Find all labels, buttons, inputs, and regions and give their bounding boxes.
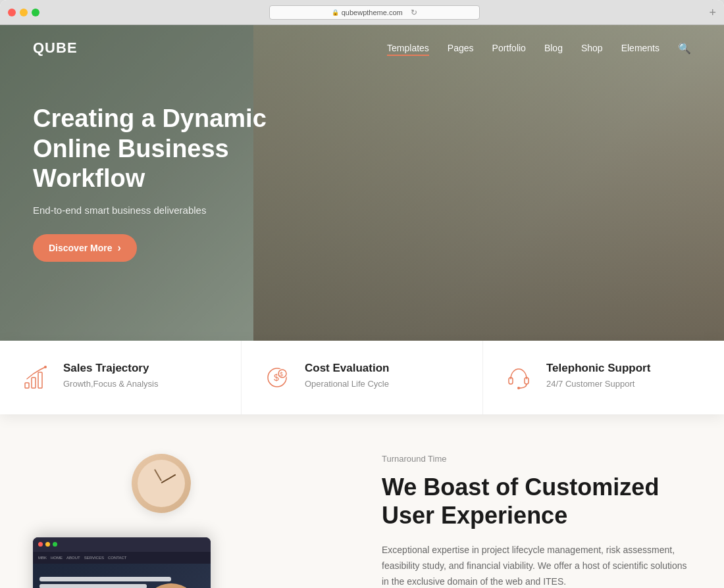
feature-text-sales: Sales Trajectory Growth,Focus & Analysis bbox=[63, 362, 159, 389]
nav-link-elements[interactable]: Elements bbox=[621, 43, 659, 53]
feature-text-cost: Cost Evaluation Operational Life Cycle bbox=[305, 362, 389, 389]
mock-nav-services: SERVICES bbox=[84, 556, 104, 560]
clock-circle bbox=[132, 454, 191, 513]
clock-decoration bbox=[132, 454, 191, 513]
nav-link-pages[interactable]: Pages bbox=[448, 43, 474, 53]
arrow-icon: › bbox=[117, 242, 120, 254]
svg-rect-1 bbox=[32, 378, 36, 388]
content-section: MBK HOME ABOUT SERVICES CONTACT bbox=[0, 414, 724, 588]
feature-text-support: Telephonic Support 24/7 Customer Support bbox=[546, 362, 650, 389]
svg-text:$: $ bbox=[280, 371, 283, 378]
minimize-button[interactable] bbox=[20, 9, 28, 16]
new-tab-button[interactable]: + bbox=[709, 7, 716, 18]
feature-subtitle-cost: Operational Life Cycle bbox=[305, 379, 389, 389]
mock-title-area bbox=[39, 577, 204, 588]
feature-subtitle-sales: Growth,Focus & Analysis bbox=[63, 379, 159, 389]
money-icon: $ $ bbox=[261, 362, 293, 393]
nav-link-portfolio[interactable]: Portfolio bbox=[492, 43, 526, 53]
feature-title-cost: Cost Evaluation bbox=[305, 362, 389, 375]
clock-hour-hand bbox=[154, 469, 162, 481]
content-left: MBK HOME ABOUT SERVICES CONTACT bbox=[0, 454, 342, 588]
clock-inner bbox=[138, 460, 185, 507]
discover-label: Discover More bbox=[49, 243, 112, 253]
nav-link-shop[interactable]: Shop bbox=[581, 43, 603, 53]
feature-title-sales: Sales Trajectory bbox=[63, 362, 159, 375]
nav-link-blog[interactable]: Blog bbox=[544, 43, 563, 53]
feature-card-cost: $ $ Cost Evaluation Operational Life Cyc… bbox=[242, 341, 483, 414]
hero-title: Creating a Dynamic Online Business Workf… bbox=[33, 104, 309, 194]
mock-title-line-2 bbox=[39, 584, 147, 588]
chart-icon bbox=[20, 362, 51, 393]
content-right: Turnaround Time We Boast of Customized U… bbox=[342, 454, 724, 588]
maximize-button[interactable] bbox=[32, 9, 39, 16]
main-nav: QUBE Templates Pages Portfolio Blog bbox=[0, 25, 724, 71]
address-bar: 🔒 qubewptheme.com ↻ bbox=[45, 5, 704, 20]
search-icon[interactable]: 🔍 bbox=[678, 43, 691, 54]
hero-people-image bbox=[253, 25, 724, 341]
traffic-lights bbox=[8, 9, 39, 16]
nav-link-templates[interactable]: Templates bbox=[387, 43, 429, 56]
url-text: qubewptheme.com bbox=[342, 9, 403, 16]
hero-subtitle: End-to-end smart business deliverables bbox=[33, 205, 309, 216]
svg-rect-0 bbox=[25, 383, 29, 388]
nav-search-item[interactable]: 🔍 bbox=[678, 42, 691, 55]
svg-point-3 bbox=[44, 366, 47, 368]
nav-item-pages[interactable]: Pages bbox=[448, 42, 474, 54]
content-description: Exceptional expertise in project lifecyc… bbox=[382, 543, 691, 588]
lock-icon: 🔒 bbox=[332, 9, 339, 16]
feature-card-sales: Sales Trajectory Growth,Focus & Analysis bbox=[0, 341, 242, 414]
svg-rect-2 bbox=[38, 372, 42, 388]
discover-more-button[interactable]: Discover More › bbox=[33, 234, 137, 262]
feature-title-support: Telephonic Support bbox=[546, 362, 650, 375]
people-bg bbox=[253, 25, 724, 341]
browser-window: 🔒 qubewptheme.com ↻ + QUBE Templates bbox=[0, 0, 724, 588]
headset-icon bbox=[503, 362, 534, 393]
hero-content: Creating a Dynamic Online Business Workf… bbox=[33, 104, 309, 262]
nav-item-elements[interactable]: Elements bbox=[621, 42, 659, 54]
feature-card-support: Telephonic Support 24/7 Customer Support bbox=[483, 341, 724, 414]
mock-nav-contact: CONTACT bbox=[108, 556, 127, 560]
hero-section: QUBE Templates Pages Portfolio Blog bbox=[0, 25, 724, 341]
nav-item-templates[interactable]: Templates bbox=[387, 42, 429, 54]
page-content: QUBE Templates Pages Portfolio Blog bbox=[0, 25, 724, 588]
browser-chrome: 🔒 qubewptheme.com ↻ + bbox=[0, 0, 724, 25]
url-input[interactable]: 🔒 qubewptheme.com ↻ bbox=[269, 5, 480, 20]
site-logo[interactable]: QUBE bbox=[33, 39, 78, 57]
content-label: Turnaround Time bbox=[382, 454, 691, 464]
feature-subtitle-support: 24/7 Customer Support bbox=[546, 379, 650, 389]
close-button[interactable] bbox=[8, 9, 16, 16]
mock-content bbox=[33, 564, 211, 588]
clock-minute-hand bbox=[161, 474, 176, 483]
svg-point-11 bbox=[517, 387, 520, 389]
nav-item-shop[interactable]: Shop bbox=[581, 42, 603, 54]
nav-item-blog[interactable]: Blog bbox=[544, 42, 563, 54]
mock-title-line-1 bbox=[39, 577, 171, 581]
nav-item-portfolio[interactable]: Portfolio bbox=[492, 42, 526, 54]
refresh-icon[interactable]: ↻ bbox=[411, 8, 417, 17]
feature-cards: Sales Trajectory Growth,Focus & Analysis… bbox=[0, 341, 724, 414]
nav-links: Templates Pages Portfolio Blog Shop bbox=[387, 42, 691, 55]
content-title: We Boast of Customized User Experience bbox=[382, 473, 691, 529]
